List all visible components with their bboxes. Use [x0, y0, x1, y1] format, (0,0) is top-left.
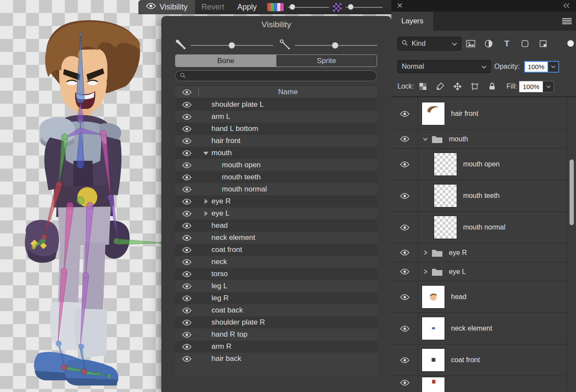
visibility-row[interactable]: head — [175, 220, 377, 232]
eye-icon[interactable] — [175, 162, 198, 169]
visibility-row[interactable]: mouth teeth — [175, 171, 377, 183]
slider-knob[interactable] — [348, 4, 354, 10]
visibility-row[interactable]: eye R — [175, 195, 377, 207]
layer-row[interactable]: mouth teeth — [391, 180, 567, 212]
eye-icon[interactable] — [175, 210, 198, 217]
eye-icon[interactable] — [175, 126, 198, 132]
bone-opacity-slider[interactable] — [288, 0, 329, 14]
layer-row[interactable]: coat front — [391, 344, 567, 376]
eye-icon[interactable] — [391, 212, 418, 243]
visibility-row[interactable]: hair back — [175, 353, 377, 365]
tab-sprite[interactable]: Sprite — [276, 55, 377, 67]
eye-icon[interactable] — [391, 262, 418, 281]
foldout-closed-icon[interactable] — [205, 211, 208, 216]
visibility-row[interactable]: mouth — [175, 147, 377, 159]
eye-icon[interactable] — [175, 102, 198, 108]
sprite-opacity-slider[interactable] — [346, 0, 383, 14]
filter-toggle[interactable] — [567, 40, 574, 47]
eye-icon[interactable] — [175, 186, 198, 193]
layer-thumbnail[interactable] — [422, 317, 445, 340]
fill-field[interactable]: 100% — [519, 81, 543, 92]
opacity-dropdown-icon[interactable] — [548, 61, 559, 73]
visibility-row[interactable]: arm R — [175, 341, 377, 353]
tab-bone[interactable]: Bone — [176, 55, 276, 67]
eye-icon[interactable] — [391, 376, 418, 389]
blend-mode-dropdown[interactable]: Normal — [397, 60, 491, 73]
layer-row[interactable]: head — [391, 281, 567, 313]
chevron-right-icon[interactable] — [422, 250, 428, 255]
foldout-closed-icon[interactable] — [205, 199, 208, 204]
visibility-row[interactable]: leg L — [175, 280, 377, 292]
eye-column-header-icon[interactable] — [175, 89, 198, 96]
bone-size-slider[interactable] — [295, 39, 378, 52]
visibility-row[interactable]: hand R top — [175, 328, 377, 341]
eye-icon[interactable] — [175, 331, 198, 338]
eye-icon[interactable] — [175, 283, 198, 290]
layer-thumbnail[interactable] — [422, 348, 445, 372]
layer-row[interactable]: mouth normal — [391, 212, 567, 243]
eye-icon[interactable] — [175, 150, 198, 156]
layer-row[interactable]: hair front — [391, 98, 567, 130]
eye-icon[interactable] — [175, 138, 198, 144]
fill-dropdown-icon[interactable] — [543, 81, 554, 92]
opacity-field[interactable]: 100% — [524, 61, 548, 73]
eye-icon[interactable] — [175, 344, 198, 350]
visibility-row[interactable]: neck — [175, 256, 377, 268]
eye-icon[interactable] — [391, 313, 418, 344]
lock-position-icon[interactable] — [449, 82, 466, 91]
eye-icon[interactable] — [175, 114, 198, 120]
eye-icon[interactable] — [175, 259, 198, 265]
layer-thumbnail[interactable] — [434, 153, 457, 176]
lock-transparent-icon[interactable] — [415, 82, 431, 91]
eye-icon[interactable] — [175, 356, 198, 362]
eye-icon[interactable] — [175, 235, 198, 241]
visibility-row[interactable]: hand L bottom — [175, 123, 377, 135]
visibility-row[interactable]: eye L — [175, 207, 377, 220]
eye-icon[interactable] — [391, 149, 418, 180]
eye-icon[interactable] — [175, 198, 198, 205]
visibility-row[interactable]: torso — [175, 268, 377, 280]
eye-icon[interactable] — [391, 243, 418, 262]
apply-button[interactable]: Apply — [231, 3, 263, 12]
scrollbar-thumb[interactable] — [570, 159, 574, 225]
lock-artboard-icon[interactable] — [467, 82, 483, 91]
bone-color-swatch[interactable] — [267, 3, 284, 11]
layer-group-row[interactable]: mouth — [391, 130, 567, 149]
sprite-opacity-swatch[interactable] — [333, 3, 342, 12]
visibility-row[interactable]: neck element — [175, 232, 377, 244]
layer-thumbnail[interactable] — [434, 216, 457, 239]
chevron-right-icon[interactable] — [422, 269, 428, 274]
bone-opacity-slider[interactable] — [191, 39, 273, 52]
search-input[interactable] — [189, 72, 372, 80]
eye-icon[interactable] — [391, 180, 418, 211]
shape-layer-filter-icon[interactable] — [516, 39, 534, 48]
layer-thumbnail[interactable] — [422, 285, 445, 309]
visibility-row[interactable]: mouth open — [175, 159, 377, 171]
adjustment-layer-filter-icon[interactable] — [480, 39, 498, 48]
eye-icon[interactable] — [175, 174, 198, 181]
type-layer-filter-icon[interactable]: T — [498, 39, 516, 48]
chevron-down-icon[interactable] — [422, 136, 428, 142]
kind-filter-dropdown[interactable]: Kind — [397, 37, 461, 51]
lock-all-icon[interactable] — [484, 82, 500, 91]
eye-icon[interactable] — [175, 307, 198, 314]
eye-icon[interactable] — [391, 344, 418, 376]
visibility-row[interactable]: coat back — [175, 304, 377, 316]
revert-button[interactable]: Revert — [195, 3, 231, 12]
scrollbar[interactable] — [567, 98, 576, 392]
layer-group-row[interactable]: eye R — [391, 243, 567, 262]
eye-icon[interactable] — [175, 319, 198, 326]
tab-layers[interactable]: Layers — [391, 12, 433, 31]
eye-icon[interactable] — [175, 271, 198, 277]
visibility-row[interactable]: shoulder plate L — [175, 99, 377, 111]
layer-group-row[interactable]: eye L — [391, 262, 567, 281]
eye-icon[interactable] — [391, 281, 418, 312]
visibility-row[interactable]: leg R — [175, 292, 377, 304]
slider-knob[interactable] — [228, 42, 235, 49]
layer-row[interactable]: mouth open — [391, 149, 567, 180]
layer-row[interactable] — [391, 376, 567, 389]
layer-thumbnail[interactable] — [422, 377, 445, 392]
visibility-row[interactable]: mouth normal — [175, 183, 377, 195]
eye-icon[interactable] — [391, 98, 418, 129]
lock-pixels-icon[interactable] — [432, 82, 448, 91]
